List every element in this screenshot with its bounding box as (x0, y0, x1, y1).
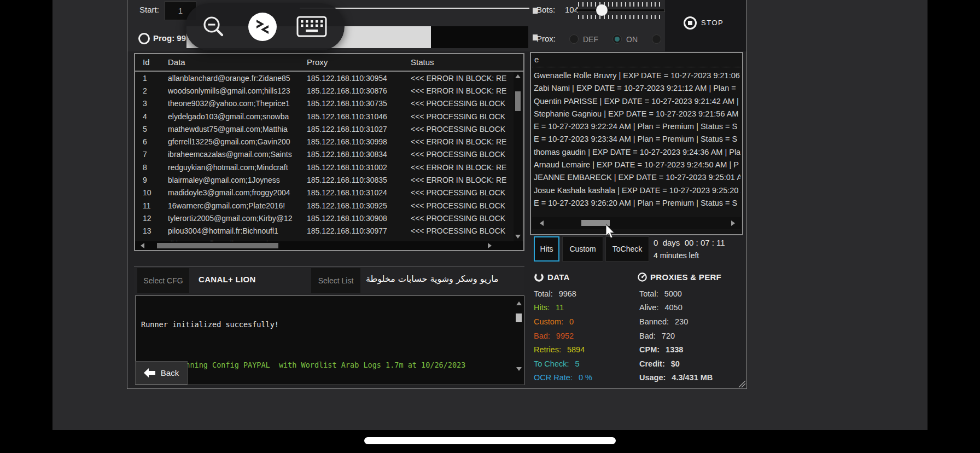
select-list-button[interactable]: Select List (311, 268, 360, 293)
back-button[interactable]: Back (135, 361, 188, 385)
table-row[interactable]: 11 16warnerc@gmail.com;Plate2016! 185.12… (135, 199, 512, 212)
stat-row: Retries: 5894 (534, 342, 592, 357)
hit-result-row[interactable]: Josue Kashala kashala | EXP DATE = 10-27… (534, 184, 740, 197)
screen: Start: Prog: 99 Bots: 104 Prox: DEF ON O… (0, 0, 980, 453)
stop-zone: STOP (665, 0, 746, 51)
prox-option: ON (612, 34, 638, 44)
home-indicator[interactable] (364, 437, 616, 444)
data-section-title: DATA (547, 272, 570, 282)
table-row[interactable]: 10 madidoyle3@gmail.com;froggy2004 185.1… (135, 187, 512, 199)
scroll-right-icon[interactable] (488, 243, 492, 248)
table-row[interactable]: 12 tylerortiz2005@gmail.com;Kirby@12 185… (135, 212, 512, 224)
cell-status: <<< ERROR IN BLOCK: RE (411, 176, 512, 184)
cell-status: <<< PROCESSING BLOCK (411, 112, 512, 121)
stat-value: 230 (675, 317, 688, 326)
cell-status: <<< ERROR IN BLOCK: RE (411, 74, 512, 83)
hit-result-row[interactable]: thomas gaudin | EXP DATE = 10-27-2023 9:… (534, 146, 740, 159)
cell-data: allanblanchard@orange.fr:Zidane85 (168, 74, 307, 83)
hit-result-row[interactable]: E = 10-27-2023 9:26:20 AM | Plan = Premi… (534, 197, 740, 210)
cell-proxy: 185.122.168.110:30835 (307, 176, 411, 184)
keyboard-icon[interactable] (296, 15, 327, 38)
stat-row: Hits: 11 (534, 301, 592, 315)
remote-toolbar-overlay (185, 3, 345, 50)
tab-hits[interactable]: Hits (534, 236, 559, 262)
table-vertical-scrollbar[interactable] (514, 72, 522, 241)
cell-data: ibraheemcazalas@gmail.com;Saints (168, 150, 307, 159)
tab-custom[interactable]: Custom (562, 236, 603, 262)
scroll-down-icon[interactable] (516, 367, 522, 371)
table-row[interactable]: 9 blairmaley@gmail.com;1Joyness 185.122.… (135, 173, 512, 186)
system-bottom-bar (0, 430, 980, 453)
table-horizontal-scrollbar[interactable] (135, 241, 523, 250)
stop-button[interactable]: STOP (665, 0, 746, 51)
scrollbar-thumb[interactable] (516, 313, 522, 322)
resize-grip-icon[interactable] (737, 379, 746, 388)
hit-result-row[interactable]: E = 10-27-2023 9:23:34 AM | Plan = Premi… (534, 133, 740, 146)
proxies-section-title: PROXIES & PERF (650, 272, 721, 282)
hits-horizontal-scrollbar[interactable] (532, 217, 741, 229)
remote-desktop-icon[interactable] (248, 13, 277, 41)
scroll-right-icon[interactable] (731, 220, 735, 226)
cell-status: <<< ERROR IN BLOCK: RE (411, 137, 512, 146)
table-row[interactable]: 7 ibraheemcazalas@gmail.com;Saints 185.1… (135, 148, 512, 161)
letterbox-right (928, 0, 980, 430)
hit-result-row[interactable]: Arnaud Lemaire | EXP DATE = 10-27-2023 9… (534, 159, 740, 171)
slider-ticks-top (578, 2, 663, 7)
table-row[interactable]: 13 pilou3004@hotmail.fr:Bichnoufl1 185.1… (135, 225, 512, 237)
hit-result-row[interactable]: JEANNE EMBARECK | EXP DATE = 10-27-2023 … (534, 171, 740, 184)
runner-table: Id Data Proxy Status 1 allanblanchard@or… (134, 53, 524, 251)
radio-button[interactable] (612, 34, 622, 44)
slider-ticks-bottom (578, 15, 663, 19)
scrollbar-thumb[interactable] (515, 91, 521, 111)
progress-ring-icon (138, 33, 150, 44)
stat-value: $0 (671, 359, 680, 368)
table-row[interactable]: 4 elydelgado103@gmail.com;snowba 185.122… (135, 110, 512, 123)
bots-slider-thumb[interactable] (596, 4, 608, 16)
select-cfg-button[interactable]: Select CFG (137, 268, 189, 293)
radio-button[interactable] (569, 34, 579, 44)
tab-tocheck[interactable]: ToCheck (605, 236, 649, 262)
stat-value: 4.3/431 MB (672, 373, 713, 382)
scroll-up-icon[interactable] (516, 301, 522, 305)
cell-proxy: 185.122.168.110:31027 (307, 125, 411, 133)
config-name: CANAL+ LION (199, 275, 256, 284)
hits-panel: e Gwenaelle Rolle Bruvry | EXP DATE = 10… (530, 52, 743, 235)
bots-slider-track[interactable] (576, 9, 665, 12)
radio-button[interactable] (652, 34, 661, 44)
cell-status: <<< ERROR IN BLOCK: RE (411, 86, 512, 95)
hit-result-row[interactable]: Quentin PARISSE | EXP DATE = 10-27-2023 … (534, 95, 740, 108)
stat-label: Bad: (534, 332, 550, 340)
table-row[interactable]: 3 theone9032@yahoo.com;Theprice1 185.122… (135, 97, 512, 110)
zoom-out-icon[interactable] (202, 15, 225, 38)
log-line: Runner initialized succesfully! (141, 320, 511, 330)
cell-status: <<< PROCESSING BLOCK (411, 201, 512, 210)
cell-id: 7 (135, 150, 168, 159)
scroll-down-icon[interactable] (515, 235, 521, 239)
cell-data: gferrell13225@gmail.com;Gavin200 (168, 137, 307, 146)
table-row[interactable]: 8 redguykian@hotmail.com;Mindcraft 185.1… (135, 161, 512, 173)
stop-icon (684, 16, 697, 30)
hit-result-row[interactable]: Gwenaelle Rolle Bruvry | EXP DATE = 10-2… (534, 69, 740, 82)
log-console[interactable]: Runner initialized succesfully! Started … (135, 295, 524, 385)
cell-status: <<< PROCESSING BLOCK (411, 188, 512, 197)
scroll-left-icon[interactable] (540, 220, 544, 226)
cell-data: tylerortiz2005@gmail.com;Kirby@12 (168, 214, 307, 223)
cell-data: blairmaley@gmail.com;1Joyness (168, 176, 307, 184)
header-divider (532, 67, 741, 67)
table-body: 1 allanblanchard@orange.fr:Zidane85 185.… (135, 72, 512, 243)
hit-result-row[interactable]: E = 10-27-2023 9:22:24 AM | Plan = Premi… (534, 120, 740, 133)
mouse-cursor-icon (606, 224, 616, 239)
scroll-up-icon[interactable] (515, 74, 521, 78)
scrollbar-thumb[interactable] (157, 243, 278, 248)
table-row[interactable]: 1 allanblanchard@orange.fr:Zidane85 185.… (135, 72, 512, 84)
table-row[interactable]: 2 woodsonlymills@gmail.com;hills123 185.… (135, 84, 512, 97)
table-row[interactable]: 5 mathewdust75@gmail.com;Matthia 185.122… (135, 123, 512, 135)
proxies-stats-list: Total: 5000 Alive: 4050 Banned: 230 Bad:… (639, 287, 713, 385)
splitter-grip-icon (533, 8, 538, 14)
scroll-left-icon[interactable] (141, 243, 144, 248)
table-row[interactable]: 6 gferrell13225@gmail.com;Gavin200 185.1… (135, 135, 512, 148)
hit-result-row[interactable]: Stephanie Gagniou | EXP DATE = 10-27-202… (534, 108, 740, 120)
hit-result-row[interactable]: Zabi Nami | EXP DATE = 10-27-2023 9:21:1… (534, 82, 740, 95)
stat-label: Total: (639, 289, 658, 298)
cell-status: <<< PROCESSING BLOCK (411, 150, 512, 159)
